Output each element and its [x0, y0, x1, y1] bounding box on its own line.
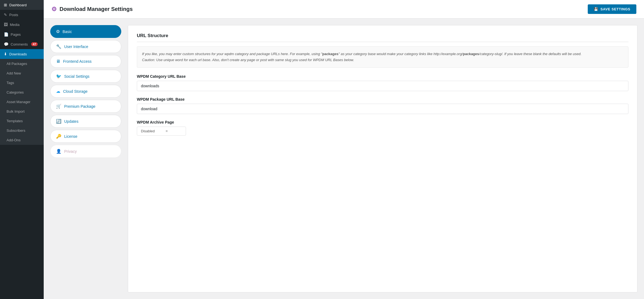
category-url-base-field: WPDM Category URL Base	[137, 74, 628, 91]
package-url-base-input[interactable]	[137, 104, 628, 114]
sidebar-item-posts[interactable]: ✎ Posts	[0, 10, 44, 20]
updates-icon: 🔄	[56, 119, 61, 124]
page-title-area: ⚙ Download Manager Settings	[51, 6, 133, 13]
privacy-icon: 👤	[56, 149, 61, 154]
nav-frontend-access[interactable]: 🖥 Frontend Access	[50, 55, 121, 68]
nav-updates[interactable]: 🔄 Updates	[50, 115, 121, 128]
pages-icon: 📄	[4, 32, 8, 37]
sidebar-item-label: Dashboard	[9, 3, 27, 7]
nav-updates-label: Updates	[64, 119, 78, 124]
sidebar-item-label: Comments	[11, 42, 28, 46]
sidebar-item-media[interactable]: 🖼 Media	[0, 20, 44, 29]
sidebar-item-add-new[interactable]: Add New	[0, 68, 44, 78]
category-url-base-input[interactable]	[137, 81, 628, 91]
cloud-storage-icon: ☁	[56, 89, 60, 94]
all-packages-label: All Packages	[7, 62, 27, 66]
bulk-import-label: Bulk Import	[7, 109, 25, 113]
subscribers-label: Subscribers	[7, 128, 25, 133]
comments-icon: 💬	[4, 42, 8, 46]
page-title: Download Manager Settings	[60, 6, 133, 12]
package-url-base-field: WPDM Package URL Base	[137, 97, 628, 114]
info-caution: Caution: Use unique word for each url ba…	[142, 58, 354, 62]
basic-icon: ⚙	[56, 29, 60, 34]
asset-manager-label: Asset Manager	[7, 100, 30, 104]
sidebar-item-asset-manager[interactable]: Asset Manager	[0, 97, 44, 107]
sidebar-item-tags[interactable]: Tags	[0, 78, 44, 88]
sidebar-item-downloads[interactable]: ⬇ Downloads	[0, 49, 44, 59]
nav-premium-package-label: Premium Package	[64, 104, 95, 109]
social-settings-icon: 🐦	[56, 74, 61, 79]
nav-premium-package[interactable]: 🛒 Premium Package	[50, 100, 121, 113]
nav-user-interface-label: User Interface	[64, 44, 88, 49]
sidebar-item-all-packages[interactable]: All Packages	[0, 59, 44, 68]
section-title: URL Structure	[137, 33, 628, 42]
sidebar-item-label: Media	[10, 23, 19, 27]
nav-cloud-storage[interactable]: ☁ Cloud Storage	[50, 85, 121, 98]
add-new-label: Add New	[7, 71, 21, 75]
package-url-base-label: WPDM Package URL Base	[137, 97, 628, 101]
archive-page-select[interactable]: Disabled ≡	[137, 127, 186, 136]
user-interface-icon: 🔧	[56, 44, 61, 49]
sidebar-item-add-ons[interactable]: Add-Ons	[0, 135, 44, 145]
nav-privacy-label: Privacy	[64, 149, 77, 154]
sidebar-item-label: Posts	[9, 13, 18, 17]
category-url-base-label: WPDM Category URL Base	[137, 74, 628, 79]
select-menu-icon: ≡	[166, 129, 168, 133]
nav-basic[interactable]: ⚙ Basic	[50, 25, 121, 38]
nav-social-settings-label: Social Settings	[64, 74, 90, 79]
save-settings-button[interactable]: 💾 SAVE SETTINGS	[588, 4, 636, 14]
sidebar-item-dashboard[interactable]: ⊞ Dashboard	[0, 0, 44, 10]
sidebar: ⊞ Dashboard ✎ Posts 🖼 Media 📄 Pages 💬 Co…	[0, 0, 44, 299]
settings-nav: ⚙ Basic 🔧 User Interface 🖥 Frontend Acce…	[50, 25, 121, 292]
archive-page-value: Disabled	[141, 129, 155, 133]
media-icon: 🖼	[4, 22, 8, 27]
info-text-3: /category-slug/. If you leave these blan…	[479, 52, 581, 56]
downloads-icon: ⬇	[4, 52, 7, 56]
sidebar-item-templates[interactable]: Templates	[0, 116, 44, 126]
nav-cloud-storage-label: Cloud Storage	[63, 89, 88, 94]
nav-user-interface[interactable]: 🔧 User Interface	[50, 40, 121, 53]
nav-license[interactable]: 🔑 License	[50, 130, 121, 143]
sidebar-item-label: Downloads	[9, 52, 27, 56]
info-description: If you like, you may enter custom struct…	[137, 46, 628, 68]
nav-basic-label: Basic	[63, 29, 72, 34]
categories-label: Categories	[7, 90, 24, 94]
comments-badge: 47	[31, 42, 38, 46]
downloads-submenu: All Packages Add New Tags Categories Ass…	[0, 59, 44, 145]
sidebar-item-pages[interactable]: 📄 Pages	[0, 29, 44, 39]
premium-package-icon: 🛒	[56, 104, 61, 109]
info-bold-2: packages	[463, 52, 479, 56]
sidebar-item-categories[interactable]: Categories	[0, 88, 44, 97]
templates-label: Templates	[7, 119, 23, 123]
settings-panel: URL Structure If you like, you may enter…	[128, 25, 637, 292]
main-content: ⚙ Download Manager Settings 💾 SAVE SETTI…	[44, 0, 644, 299]
sidebar-item-comments[interactable]: 💬 Comments 47	[0, 39, 44, 49]
archive-page-field: WPDM Archive Page Disabled ≡	[137, 120, 628, 136]
page-header: ⚙ Download Manager Settings 💾 SAVE SETTI…	[44, 0, 644, 19]
nav-social-settings[interactable]: 🐦 Social Settings	[50, 70, 121, 83]
sidebar-item-bulk-import[interactable]: Bulk Import	[0, 107, 44, 116]
posts-icon: ✎	[4, 13, 7, 17]
save-icon: 💾	[594, 7, 598, 11]
info-text-1: If you like, you may enter custom struct…	[142, 52, 322, 56]
info-bold: packages	[322, 52, 338, 56]
license-icon: 🔑	[56, 134, 61, 139]
dashboard-icon: ⊞	[4, 3, 7, 7]
content-area: ⚙ Basic 🔧 User Interface 🖥 Frontend Acce…	[44, 19, 644, 299]
sidebar-item-subscribers[interactable]: Subscribers	[0, 126, 44, 135]
add-ons-label: Add-Ons	[7, 138, 20, 142]
frontend-access-icon: 🖥	[56, 59, 60, 64]
sidebar-item-label: Pages	[11, 32, 21, 37]
nav-frontend-access-label: Frontend Access	[63, 59, 91, 64]
save-button-label: SAVE SETTINGS	[600, 7, 630, 11]
tags-label: Tags	[7, 81, 14, 85]
nav-privacy[interactable]: 👤 Privacy	[50, 145, 121, 158]
info-text-2: " as your category base would make your …	[338, 52, 463, 56]
nav-license-label: License	[64, 134, 77, 139]
archive-page-label: WPDM Archive Page	[137, 120, 628, 124]
page-gear-icon: ⚙	[51, 6, 57, 13]
